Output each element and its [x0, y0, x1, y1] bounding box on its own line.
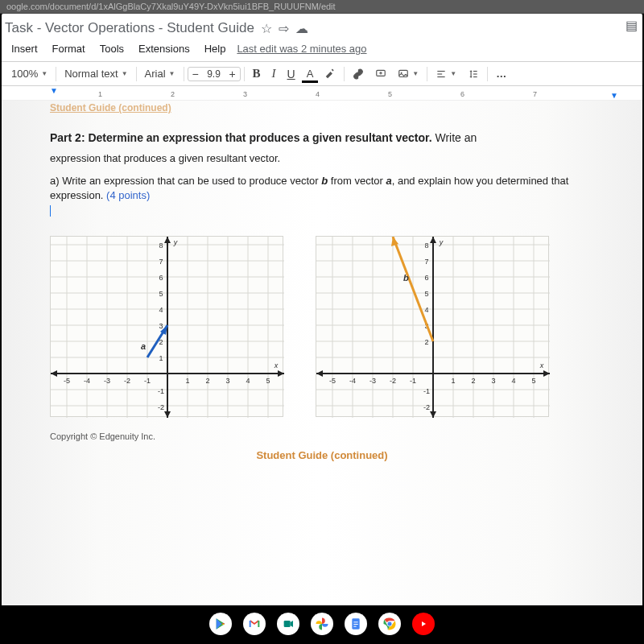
- more-button[interactable]: …: [491, 66, 513, 81]
- svg-text:-1: -1: [158, 387, 164, 395]
- svg-text:-5: -5: [64, 377, 70, 385]
- star-icon[interactable]: ☆: [261, 21, 272, 36]
- menubar: Insert Format Tools Extensions Help Last…: [2, 39, 642, 62]
- svg-text:4: 4: [159, 306, 163, 314]
- graph-vector-a: -5-4-3-2-1 12345 -1-2 12345678 x y a: [50, 236, 283, 417]
- font-size-control: − 9.9 +: [188, 67, 241, 81]
- doc-title[interactable]: Task - Vector Operations - Student Guide: [5, 20, 254, 36]
- google-docs-window: ▤ Task - Vector Operations - Student Gui…: [2, 14, 642, 605]
- image-button[interactable]: ▼: [393, 67, 423, 81]
- font-size-minus[interactable]: −: [188, 68, 203, 80]
- svg-marker-117: [291, 621, 293, 627]
- svg-text:1: 1: [159, 354, 163, 362]
- menu-extensions[interactable]: Extensions: [132, 41, 196, 56]
- svg-text:-2: -2: [158, 403, 164, 411]
- svg-rect-121: [353, 626, 356, 627]
- header-continued: Student Guide (continued): [50, 102, 594, 114]
- link-button[interactable]: [348, 67, 369, 81]
- indent-marker-left-icon[interactable]: ▼: [50, 86, 58, 95]
- svg-text:3: 3: [491, 377, 495, 385]
- svg-text:7: 7: [424, 258, 428, 266]
- gmail-icon[interactable]: [243, 613, 266, 635]
- browser-url-bar: oogle.com/document/d/1xAlGgBlaCy7Xkal9uY…: [0, 0, 644, 14]
- chrome-icon[interactable]: [378, 613, 401, 635]
- svg-text:1: 1: [451, 377, 455, 385]
- font-size-plus[interactable]: +: [225, 68, 240, 80]
- menu-tools[interactable]: Tools: [93, 41, 130, 56]
- svg-text:-3: -3: [369, 377, 376, 385]
- svg-text:6: 6: [159, 274, 163, 282]
- part2-subtitle: expression that produces a given resulta…: [50, 152, 594, 164]
- meet-icon[interactable]: [277, 613, 299, 635]
- svg-text:2: 2: [424, 338, 428, 346]
- svg-marker-85: [316, 370, 323, 377]
- move-icon[interactable]: ⇨: [279, 21, 289, 36]
- part2-title: Part 2: Determine an expression that pro…: [50, 131, 594, 144]
- docs-icon[interactable]: [345, 613, 367, 635]
- svg-text:-2: -2: [390, 377, 396, 385]
- indent-marker-right-icon[interactable]: ▼: [610, 91, 618, 100]
- last-edit-link[interactable]: Last edit was 2 minutes ago: [237, 43, 366, 55]
- document-canvas[interactable]: Student Guide (continued) Part 2: Determ…: [2, 101, 642, 605]
- style-dropdown[interactable]: Normal text▼: [60, 66, 132, 81]
- svg-marker-86: [430, 237, 436, 243]
- youtube-icon[interactable]: [412, 613, 435, 635]
- align-button[interactable]: ▼: [431, 67, 461, 81]
- question-a: a) Write an expression that can be used …: [50, 174, 594, 202]
- ruler[interactable]: ▼ 1 2 3 4 5 6 7 ▼: [2, 86, 642, 101]
- svg-marker-84: [543, 370, 550, 377]
- svg-text:y: y: [439, 238, 444, 246]
- highlight-button[interactable]: [320, 67, 341, 81]
- font-dropdown[interactable]: Arial▼: [140, 66, 180, 81]
- menu-insert[interactable]: Insert: [5, 41, 44, 56]
- svg-text:x: x: [274, 361, 279, 369]
- graphs-row: -5-4-3-2-1 12345 -1-2 12345678 x y a: [50, 236, 594, 417]
- mode-icon[interactable]: ▤: [625, 18, 638, 33]
- text-color-button[interactable]: A: [302, 66, 319, 81]
- svg-text:1: 1: [185, 377, 189, 385]
- bold-button[interactable]: B: [248, 65, 266, 82]
- underline-button[interactable]: U: [283, 66, 300, 82]
- svg-marker-34: [51, 370, 57, 377]
- svg-text:8: 8: [424, 242, 428, 250]
- svg-text:6: 6: [424, 274, 428, 282]
- graph-vector-b: -5-4-3-2-1 12345 -1-2 2345678 x y b: [316, 236, 549, 417]
- menu-help[interactable]: Help: [198, 41, 233, 56]
- svg-marker-33: [278, 370, 284, 377]
- svg-rect-120: [353, 624, 357, 625]
- svg-text:-2: -2: [423, 403, 430, 411]
- svg-text:x: x: [539, 361, 544, 369]
- zoom-dropdown[interactable]: 100%▼: [6, 66, 52, 81]
- footer-continued: Student Guide (continued): [50, 449, 594, 461]
- svg-rect-119: [353, 621, 357, 622]
- toolbar: 100%▼ Normal text▼ Arial▼ − 9.9 + B I U …: [2, 62, 642, 86]
- svg-text:y: y: [173, 238, 178, 246]
- svg-text:-1: -1: [410, 377, 416, 385]
- svg-text:5: 5: [159, 290, 163, 298]
- svg-text:3: 3: [159, 322, 163, 330]
- comment-button[interactable]: [370, 67, 391, 81]
- svg-text:-4: -4: [84, 377, 90, 385]
- svg-text:b: b: [403, 273, 409, 283]
- play-store-icon[interactable]: [209, 613, 232, 635]
- text-cursor: [50, 205, 51, 217]
- photos-icon[interactable]: [311, 613, 333, 635]
- svg-text:a: a: [141, 341, 146, 351]
- svg-text:4: 4: [246, 377, 250, 385]
- svg-text:-4: -4: [349, 377, 356, 385]
- svg-text:-5: -5: [329, 377, 336, 385]
- svg-text:7: 7: [159, 258, 163, 266]
- font-size-value[interactable]: 9.9: [203, 68, 225, 80]
- svg-marker-87: [430, 411, 436, 418]
- svg-rect-116: [284, 621, 291, 627]
- menu-format[interactable]: Format: [46, 41, 92, 56]
- svg-text:2: 2: [205, 377, 209, 385]
- svg-text:5: 5: [424, 290, 428, 298]
- line-spacing-button[interactable]: [463, 67, 484, 81]
- svg-text:8: 8: [159, 242, 163, 250]
- svg-text:3: 3: [225, 377, 229, 385]
- svg-marker-125: [422, 621, 426, 626]
- italic-button[interactable]: I: [267, 65, 281, 82]
- svg-text:-1: -1: [144, 377, 151, 385]
- cloud-status-icon[interactable]: ☁: [295, 21, 308, 36]
